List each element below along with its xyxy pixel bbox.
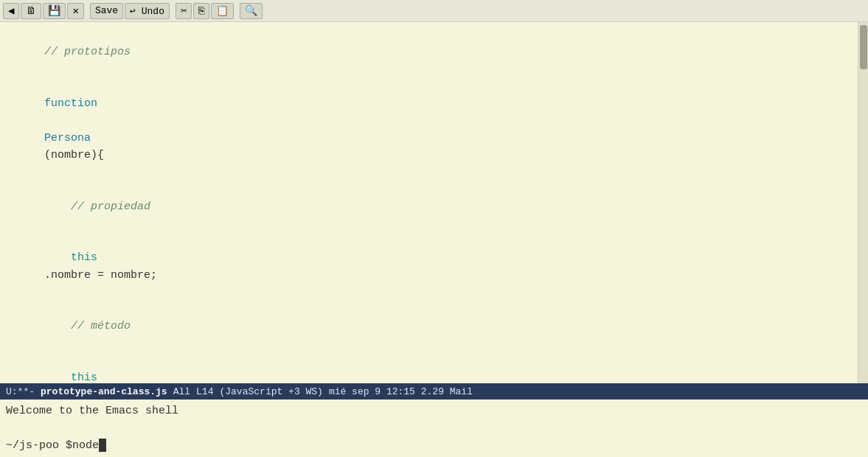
keyword-this: this — [44, 251, 97, 264]
paste-icon: 📋 — [216, 4, 229, 17]
back-button[interactable]: ◀ — [3, 3, 19, 19]
save-button[interactable]: Save — [90, 3, 123, 19]
search-button[interactable]: 🔍 — [240, 3, 263, 19]
close-icon: ✕ — [72, 4, 78, 17]
shell-welcome: Welcome to the Emacs shell — [6, 402, 862, 419]
code-line: this .nombre = nombre; — [4, 232, 858, 301]
toolbar: ◀ 🗎 💾 ✕ Save ↩ Undo ✂ ⎘ 📋 🔍 — [0, 0, 868, 22]
code-line: // prototipos — [4, 27, 858, 78]
code-line: function Persona (nombre){ — [4, 78, 858, 181]
comment-text: // propiedad — [44, 200, 150, 213]
status-flag: All — [173, 386, 190, 397]
scroll-thumb[interactable] — [860, 25, 867, 69]
paste-button[interactable]: 📋 — [211, 3, 234, 19]
shell-command: node — [72, 437, 99, 454]
status-datetime: mié sep 9 12:15 2.29 Mail — [329, 386, 473, 397]
shell-prompt-line[interactable]: ~/js-poo $ node — [6, 437, 862, 454]
search-icon: 🔍 — [245, 4, 257, 17]
new-file-button[interactable]: 🗎 — [21, 3, 41, 19]
code-text: .nombre = nombre; — [44, 269, 157, 282]
undo-label: ↩ Undo — [130, 5, 164, 17]
code-line: // propiedad — [4, 181, 858, 232]
status-lang: (JavaScript +3 WS) — [219, 386, 322, 397]
keyword-this: this — [44, 371, 97, 383]
save-file-button[interactable]: 💾 — [43, 3, 66, 19]
status-bar: U:**- prototype-and-class.js All L14 (Ja… — [0, 383, 868, 400]
keyword: function — [44, 97, 97, 110]
comment-text: // método — [44, 320, 131, 332]
status-filename: prototype-and-class.js — [41, 386, 167, 397]
comment-text: // prototipos — [44, 46, 131, 58]
editor-wrapper: // prototipos function Persona (nombre){… — [0, 22, 868, 383]
shell-cursor — [99, 439, 106, 452]
cut-icon: ✂ — [181, 4, 187, 17]
save-file-icon: 💾 — [48, 4, 60, 17]
code-line: this .mostrarNombre = function (){ — [4, 352, 858, 384]
code-text: (nombre){ — [44, 149, 104, 161]
shell-prompt-text: ~/js-poo $ — [6, 437, 72, 454]
close-button[interactable]: ✕ — [67, 3, 83, 19]
code-text — [44, 114, 51, 127]
copy-icon: ⎘ — [198, 5, 204, 17]
copy-button[interactable]: ⎘ — [193, 3, 209, 19]
code-line: // método — [4, 301, 858, 352]
scrollbar[interactable] — [858, 22, 868, 383]
back-icon: ◀ — [8, 4, 14, 17]
code-editor[interactable]: // prototipos function Persona (nombre){… — [0, 22, 858, 383]
cut-button[interactable]: ✂ — [176, 3, 192, 19]
shell-panel: Welcome to the Emacs shell ~/js-poo $ no… — [0, 400, 868, 457]
status-line-col: L14 — [196, 386, 213, 397]
shell-empty — [6, 420, 862, 437]
status-mode: U:**- — [6, 386, 35, 397]
save-label: Save — [95, 5, 118, 16]
undo-button[interactable]: ↩ Undo — [125, 3, 170, 19]
class-name: Persona — [44, 132, 91, 144]
file-icon: 🗎 — [26, 5, 36, 17]
